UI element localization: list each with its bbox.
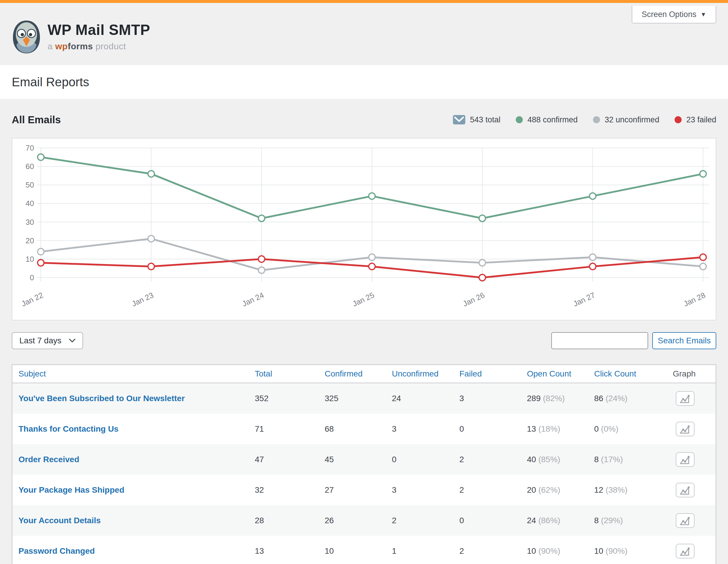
screen-options-label: Screen Options xyxy=(642,10,696,19)
row-graph-button[interactable] xyxy=(676,391,695,406)
page-title: Email Reports xyxy=(12,75,89,89)
email-subject-link[interactable]: Your Account Details xyxy=(18,516,101,525)
gray-dot-icon xyxy=(593,116,600,123)
legend-label-confirmed: 488 confirmed xyxy=(528,115,578,124)
total-cell: 32 xyxy=(255,485,325,495)
click-count-cell: 8 (29%) xyxy=(594,516,673,525)
brand-text: WP Mail SMTP a wpforms product xyxy=(48,21,150,51)
legend-item-failed: 23 failed xyxy=(675,115,716,124)
failed-cell: 0 xyxy=(459,516,527,525)
column-header-failed[interactable]: Failed xyxy=(459,369,527,378)
green-dot-icon xyxy=(516,116,523,123)
chevron-down-icon: ▼ xyxy=(700,11,706,18)
failed-cell: 2 xyxy=(459,485,527,495)
legend-item-unconfirmed: 32 unconfirmed xyxy=(593,115,659,124)
plugin-subtitle: a wpforms product xyxy=(48,41,150,51)
column-header-total[interactable]: Total xyxy=(255,369,325,378)
column-header-open-count[interactable]: Open Count xyxy=(527,369,594,378)
email-subject-link[interactable]: Password Changed xyxy=(18,546,95,555)
column-header-graph: Graph xyxy=(673,369,710,378)
red-dot-icon xyxy=(675,116,682,123)
unconfirmed-cell: 2 xyxy=(392,516,459,525)
svg-text:Jan 23: Jan 23 xyxy=(130,290,155,308)
legend-item-confirmed: 488 confirmed xyxy=(516,115,578,124)
subtitle-wp: wp xyxy=(55,41,68,51)
confirmed-cell: 45 xyxy=(325,455,392,464)
svg-text:20: 20 xyxy=(26,236,34,245)
svg-text:Jan 25: Jan 25 xyxy=(351,290,375,308)
mini-line-chart-icon xyxy=(679,485,691,495)
confirmed-cell: 10 xyxy=(325,546,392,556)
total-cell: 71 xyxy=(255,424,325,434)
confirmed-cell: 325 xyxy=(325,394,392,403)
confirmed-cell: 68 xyxy=(325,424,392,434)
table-row: Your Account Details 28 26 2 0 24 (86%) … xyxy=(12,505,716,536)
subtitle-prefix: a xyxy=(48,41,53,51)
open-count-cell: 24 (86%) xyxy=(527,516,594,525)
row-graph-button[interactable] xyxy=(676,452,695,467)
page-title-band: Email Reports xyxy=(0,65,728,99)
all-emails-header-row: All Emails 543 total 488 confirmed 32 un… xyxy=(12,113,716,127)
mini-line-chart-icon xyxy=(679,424,691,434)
table-row: Order Received 47 45 0 2 40 (85%) 8 (17%… xyxy=(12,444,716,475)
total-cell: 13 xyxy=(255,546,325,556)
legend-label-failed: 23 failed xyxy=(686,115,716,124)
row-graph-button[interactable] xyxy=(676,483,695,497)
brand: WP Mail SMTP a wpforms product xyxy=(12,18,150,55)
date-range-select[interactable]: Last 7 days xyxy=(12,332,83,349)
section-title: All Emails xyxy=(12,114,61,126)
search-emails-button[interactable]: Search Emails xyxy=(652,332,716,349)
search-input[interactable] xyxy=(551,332,648,349)
total-cell: 47 xyxy=(255,455,325,464)
svg-text:30: 30 xyxy=(26,218,34,227)
total-cell: 352 xyxy=(255,394,325,403)
unconfirmed-cell: 1 xyxy=(392,546,459,556)
chevron-down-icon xyxy=(69,339,75,343)
svg-text:Jan 26: Jan 26 xyxy=(461,290,486,308)
row-graph-button[interactable] xyxy=(676,544,695,558)
column-header-click-count[interactable]: Click Count xyxy=(594,369,673,378)
plugin-header: WP Mail SMTP a wpforms product Screen Op… xyxy=(0,3,728,65)
chart-legend: 543 total 488 confirmed 32 unconfirmed 2… xyxy=(453,115,716,124)
legend-item-total: 543 total xyxy=(453,115,501,124)
click-count-cell: 0 (0%) xyxy=(594,424,673,434)
mini-line-chart-icon xyxy=(679,393,691,403)
column-header-subject[interactable]: Subject xyxy=(18,369,255,378)
svg-text:Jan 24: Jan 24 xyxy=(241,290,265,308)
svg-text:0: 0 xyxy=(30,273,34,282)
click-count-cell: 86 (24%) xyxy=(594,394,673,403)
column-header-unconfirmed[interactable]: Unconfirmed xyxy=(392,369,459,378)
email-subject-link[interactable]: Thanks for Contacting Us xyxy=(18,424,119,433)
table-row: Thanks for Contacting Us 71 68 3 0 13 (1… xyxy=(12,414,716,444)
table-header-row: Subject Total Confirmed Unconfirmed Fail… xyxy=(12,365,716,383)
svg-text:40: 40 xyxy=(26,199,34,208)
column-header-confirmed[interactable]: Confirmed xyxy=(325,369,392,378)
open-count-cell: 289 (82%) xyxy=(527,394,594,403)
mini-line-chart-icon xyxy=(679,516,691,526)
svg-text:70: 70 xyxy=(26,144,34,152)
unconfirmed-cell: 24 xyxy=(392,394,459,403)
confirmed-cell: 26 xyxy=(325,516,392,525)
legend-label-total: 543 total xyxy=(470,115,501,124)
subtitle-suffix: product xyxy=(95,41,126,51)
email-subject-link[interactable]: Your Package Has Shipped xyxy=(18,485,124,494)
unconfirmed-cell: 3 xyxy=(392,485,459,495)
svg-text:Jan 28: Jan 28 xyxy=(682,290,707,308)
email-subject-link[interactable]: Order Received xyxy=(18,455,79,464)
main-content: All Emails 543 total 488 confirmed 32 un… xyxy=(0,113,728,564)
svg-text:10: 10 xyxy=(26,255,34,264)
total-cell: 28 xyxy=(255,516,325,525)
svg-text:50: 50 xyxy=(26,181,34,189)
emails-line-chart[interactable]: 010203040506070Jan 22Jan 23Jan 24Jan 25J… xyxy=(12,139,716,320)
row-graph-button[interactable] xyxy=(676,513,695,528)
wp-mail-smtp-pigeon-logo xyxy=(12,18,41,55)
legend-label-unconfirmed: 32 unconfirmed xyxy=(605,115,659,124)
table-row: Your Package Has Shipped 32 27 3 2 20 (6… xyxy=(12,475,716,505)
subtitle-forms: forms xyxy=(68,41,93,51)
open-count-cell: 20 (62%) xyxy=(527,485,594,495)
open-count-cell: 13 (18%) xyxy=(527,424,594,434)
table-body: You've Been Subscribed to Our Newsletter… xyxy=(12,383,716,564)
row-graph-button[interactable] xyxy=(676,422,695,436)
email-subject-link[interactable]: You've Been Subscribed to Our Newsletter xyxy=(18,394,185,403)
screen-options-button[interactable]: Screen Options ▼ xyxy=(632,6,716,23)
